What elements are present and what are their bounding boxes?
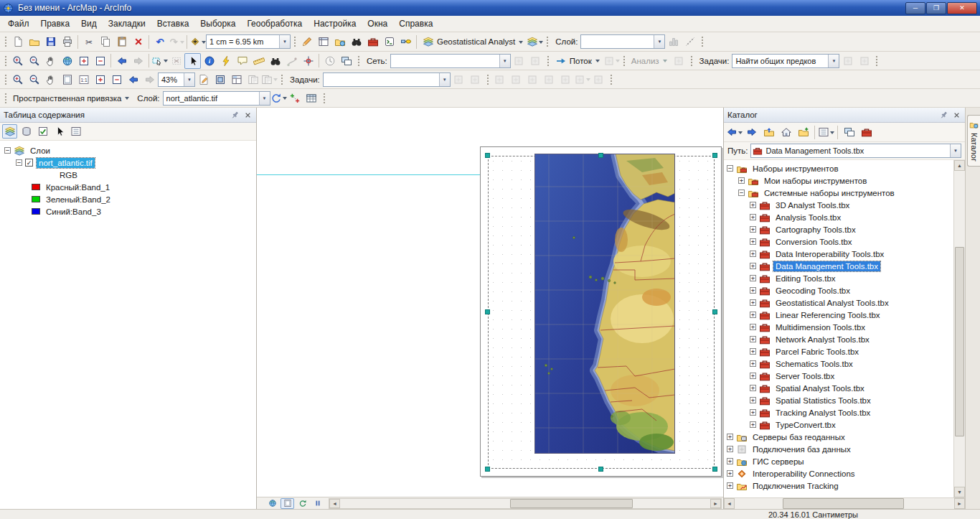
catalog-tree-item[interactable]: +Tracking Analyst Tools.tbx — [724, 406, 953, 419]
task-options-button[interactable] — [839, 53, 856, 69]
fixed-zoom-out-button[interactable] — [92, 53, 108, 69]
minimize-button[interactable]: ─ — [905, 2, 925, 14]
layout-horizontal-scrollbar[interactable]: ◄ ► — [329, 498, 722, 509]
add-control-points-button[interactable] — [287, 90, 303, 106]
collapse-icon[interactable]: − — [4, 147, 11, 154]
toc-layer-row[interactable]: − ✓ nort_atlantic.tif — [0, 156, 256, 169]
catalog-tree-item[interactable]: +Data Interoperability Tools.tbx — [724, 248, 953, 260]
expand-icon[interactable]: + — [750, 312, 756, 318]
open-document-button[interactable] — [26, 34, 42, 50]
catalog-tree-item[interactable]: +Подключения Tracking — [724, 480, 953, 492]
delete-button[interactable] — [130, 34, 146, 50]
add-data-button[interactable] — [189, 34, 206, 50]
expand-icon[interactable]: + — [750, 202, 756, 208]
network-directions-button[interactable] — [511, 53, 527, 69]
go-to-xy-button[interactable] — [300, 53, 316, 69]
expand-icon[interactable]: + — [750, 360, 756, 367]
up-one-level-button[interactable] — [760, 124, 777, 140]
close-icon[interactable] — [243, 111, 253, 120]
edit-vertices-button[interactable] — [491, 72, 508, 88]
select-elements-button[interactable] — [184, 53, 201, 69]
catalog-tree-item[interactable]: +Серверы баз геоданных — [724, 431, 953, 443]
menu-customize[interactable]: Настройка — [308, 16, 362, 32]
catalog-tree-item[interactable]: +Network Analyst Tools.tbx — [724, 333, 953, 345]
geostat-layer-combo[interactable]: ▼ — [580, 34, 665, 49]
analysis-menu[interactable]: Анализ — [628, 53, 671, 69]
contents-view-button-caret[interactable] — [830, 131, 834, 136]
expand-icon[interactable]: + — [727, 482, 733, 489]
toolbar-drag-handle[interactable] — [4, 55, 7, 67]
map-scale-combo[interactable]: 1 cm = 6.95 km▼ — [206, 34, 291, 49]
connect-to-folder-button[interactable] — [795, 124, 811, 140]
expand-icon[interactable]: + — [750, 409, 756, 416]
new-document-button[interactable] — [9, 34, 26, 50]
zoom-in-button[interactable] — [9, 53, 26, 69]
toolbar-drag-handle[interactable] — [4, 92, 7, 104]
catalog-tree-item[interactable]: +Linear Referencing Tools.tbx — [724, 309, 953, 321]
resize-handle[interactable] — [712, 309, 717, 314]
paste-button[interactable] — [113, 34, 130, 50]
scroll-down-button[interactable]: ▼ — [954, 487, 965, 497]
menu-view[interactable]: Вид — [75, 16, 103, 32]
redo-button-caret[interactable] — [180, 41, 184, 46]
layout-fixed-zoom-in-button[interactable] — [92, 72, 108, 88]
toolboxes-button[interactable] — [858, 124, 875, 140]
expand-icon[interactable]: + — [750, 299, 756, 306]
toolbar-drag-handle[interactable] — [546, 55, 550, 67]
expand-icon[interactable]: + — [750, 226, 756, 233]
cut-polygons-button[interactable] — [524, 72, 541, 88]
expand-icon[interactable]: + — [750, 348, 756, 355]
expand-icon[interactable]: + — [750, 385, 756, 391]
layout-view-button[interactable] — [281, 498, 294, 509]
layout-canvas[interactable]: ◄ ► — [257, 108, 724, 509]
trace-tool-button[interactable] — [574, 72, 590, 88]
toc-layer-label[interactable]: nort_atlantic.tif — [37, 158, 95, 168]
editor-toolbar-button[interactable] — [298, 34, 315, 50]
collapse-icon[interactable]: − — [738, 190, 745, 196]
expand-icon[interactable]: + — [727, 458, 733, 464]
pause-drawing-button[interactable] — [311, 498, 324, 509]
analysis-tool-button[interactable] — [671, 53, 687, 69]
undo-button[interactable]: ↶ — [151, 34, 168, 50]
toolbar-drag-handle[interactable] — [486, 73, 489, 85]
resize-handle[interactable] — [712, 467, 717, 472]
catalog-tree-item[interactable]: +Editing Tools.tbx — [724, 272, 953, 284]
geostatistical-wizard-button-caret[interactable] — [539, 41, 543, 46]
catalog-tree-item[interactable]: +Подключения баз данных — [724, 443, 953, 455]
expand-icon[interactable]: + — [727, 434, 733, 440]
catalog-tree-item[interactable]: +Geostatistical Analyst Tools.tbx — [724, 296, 953, 309]
resize-handle[interactable] — [598, 467, 603, 472]
toolbar-drag-handle[interactable] — [689, 55, 693, 67]
scroll-left-button[interactable]: ◄ — [724, 498, 735, 509]
pan-button[interactable] — [42, 53, 59, 69]
menu-insert[interactable]: Вставка — [151, 16, 195, 32]
catalog-tree-item[interactable]: +Cartography Tools.tbx — [724, 223, 953, 235]
menu-selection[interactable]: Выборка — [194, 16, 241, 32]
python-window-button[interactable] — [381, 34, 397, 50]
select-features-button[interactable] — [151, 53, 168, 69]
catalog-forward-button[interactable] — [743, 124, 760, 140]
scroll-thumb[interactable] — [783, 498, 903, 509]
scroll-up-button[interactable]: ▲ — [954, 160, 965, 171]
catalog-path-combo[interactable]: Data Management Tools.tbx ▼ — [750, 144, 961, 158]
toolbar-drag-handle[interactable] — [293, 35, 296, 48]
editor-task-combo[interactable]: ▼ — [323, 73, 451, 87]
scroll-right-button[interactable]: ► — [954, 498, 965, 509]
expand-icon[interactable]: + — [727, 446, 733, 452]
toolbar-drag-handle[interactable] — [609, 73, 613, 85]
scroll-track[interactable] — [340, 499, 710, 508]
catalog-tree-item[interactable]: +Analysis Tools.tbx — [724, 211, 953, 223]
previous-extent-button[interactable] — [113, 53, 130, 69]
trace-tool-button-caret[interactable] — [586, 78, 590, 83]
network-tasks-combo[interactable]: Найти общих предков▼ — [732, 54, 839, 68]
georef-transformation-button-caret[interactable] — [283, 97, 287, 102]
expand-icon[interactable]: + — [750, 373, 756, 379]
map-scale-combo-dropdown[interactable]: ▼ — [279, 35, 290, 48]
catalog-path-dropdown[interactable]: ▼ — [950, 144, 961, 157]
menu-file[interactable]: Файл — [2, 16, 35, 32]
network-combo-dropdown[interactable]: ▼ — [499, 55, 510, 67]
split-tool-button[interactable] — [541, 72, 557, 88]
contents-view-button[interactable] — [818, 124, 834, 140]
map-frame-element[interactable] — [534, 154, 675, 454]
layout-zoom-out-button[interactable] — [26, 72, 42, 88]
